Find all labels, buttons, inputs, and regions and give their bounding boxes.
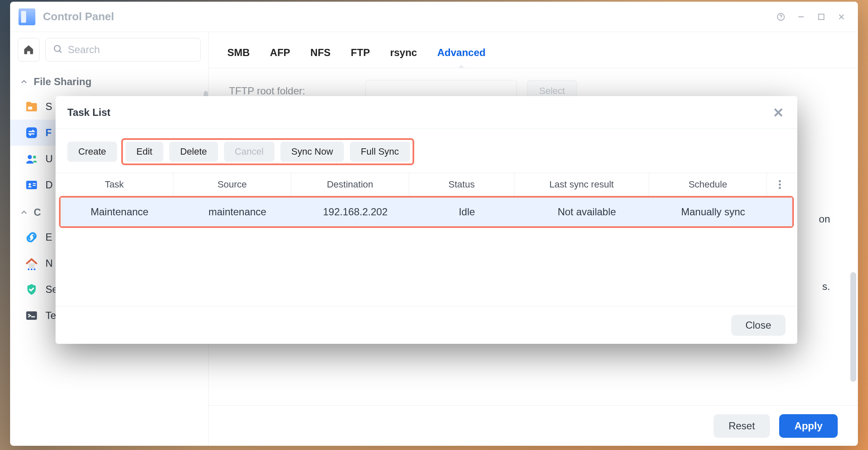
highlight-box-toolbar: Edit Delete Cancel Sync Now Full Sync	[121, 138, 414, 165]
svg-point-18	[28, 268, 29, 270]
svg-point-19	[34, 268, 35, 270]
tab-ftp[interactable]: FTP	[351, 47, 370, 68]
col-more[interactable]	[767, 179, 792, 190]
svg-line-7	[59, 51, 61, 53]
minimize-button[interactable]	[793, 9, 809, 25]
dialog-close-footer-button[interactable]: Close	[731, 315, 785, 336]
bottom-bar: Reset Apply	[209, 405, 858, 446]
col-status[interactable]: Status	[409, 173, 514, 196]
apply-button[interactable]: Apply	[779, 414, 838, 438]
app-icon	[19, 8, 35, 25]
svg-rect-16	[29, 263, 35, 268]
svg-rect-14	[33, 183, 36, 184]
link-icon	[24, 230, 39, 244]
reset-button[interactable]: Reset	[714, 414, 770, 438]
cell-task: Maintenance	[61, 198, 178, 226]
table-row[interactable]: Maintenance maintenance 192.168.2.202 Id…	[61, 198, 792, 226]
syncnow-button[interactable]: Sync Now	[280, 142, 344, 162]
window-title: Control Panel	[43, 10, 114, 23]
tftp-root-label: TFTP root folder:	[229, 85, 355, 97]
cell-source: maintenance	[178, 198, 296, 226]
tab-afp[interactable]: AFP	[270, 47, 290, 68]
section-label: File Sharing	[34, 76, 91, 88]
help-button[interactable]	[773, 9, 789, 25]
sidebar-section-file-sharing[interactable]: File Sharing	[10, 70, 208, 94]
tab-rsync[interactable]: rsync	[390, 47, 417, 68]
col-task[interactable]: Task	[56, 173, 173, 196]
cancel-button: Cancel	[224, 142, 274, 162]
dialog-close-button[interactable]	[771, 105, 785, 120]
table-header-row: Task Source Destination Status Last sync…	[56, 173, 797, 196]
search-input[interactable]	[68, 38, 194, 61]
svg-point-1	[780, 19, 781, 19]
cell-status: Idle	[414, 198, 519, 226]
svg-rect-8	[28, 107, 32, 110]
cell-sched: Manually sync	[654, 198, 772, 226]
svg-rect-20	[26, 311, 37, 320]
residual-text: on	[819, 213, 830, 225]
scrollbar[interactable]	[850, 272, 856, 382]
col-dest[interactable]: Destination	[291, 173, 409, 196]
svg-rect-3	[819, 14, 824, 19]
svg-rect-15	[33, 185, 36, 186]
svg-point-17	[31, 268, 32, 270]
search-box[interactable]	[45, 38, 201, 62]
highlight-box-row: Maintenance maintenance 192.168.2.202 Id…	[59, 196, 794, 228]
task-table: Task Source Destination Status Last sync…	[56, 173, 797, 228]
cell-dest: 192.168.2.202	[296, 198, 414, 226]
svg-point-13	[29, 183, 31, 186]
tab-advanced[interactable]: Advanced	[437, 47, 486, 68]
col-source[interactable]: Source	[173, 173, 291, 196]
svg-rect-9	[26, 127, 37, 138]
svg-point-6	[54, 46, 60, 51]
folder-icon	[24, 99, 39, 114]
home-button[interactable]	[18, 38, 40, 62]
dialog-toolbar: Create Edit Delete Cancel Sync Now Full …	[56, 129, 797, 173]
chevron-up-icon	[19, 77, 29, 86]
tab-smb[interactable]: SMB	[227, 47, 250, 68]
tab-nfs[interactable]: NFS	[310, 47, 330, 68]
svg-point-10	[28, 155, 32, 159]
users-icon	[24, 152, 39, 166]
cell-last: Not available	[519, 198, 654, 226]
col-sched[interactable]: Schedule	[649, 173, 767, 196]
swap-icon	[24, 126, 39, 140]
tabbar: SMB AFP NFS FTP rsync Advanced	[209, 32, 858, 68]
create-button[interactable]: Create	[67, 142, 117, 162]
svg-point-11	[33, 155, 36, 158]
chevron-up-icon	[19, 208, 29, 217]
residual-text: s.	[822, 281, 830, 292]
shield-icon	[24, 282, 39, 297]
house-icon	[24, 256, 39, 271]
delete-button[interactable]: Delete	[169, 142, 218, 162]
titlebar: Control Panel	[10, 2, 858, 32]
id-icon	[24, 178, 39, 192]
close-button[interactable]	[833, 9, 849, 25]
search-icon	[53, 44, 63, 56]
terminal-icon	[24, 308, 39, 323]
more-icon	[776, 179, 783, 190]
dialog-title: Task List	[67, 107, 771, 118]
task-list-dialog: Task List Create Edit Delete Cancel Sync…	[56, 96, 797, 344]
section-label: C	[34, 206, 41, 218]
fullsync-button[interactable]: Full Sync	[350, 142, 410, 162]
edit-button[interactable]: Edit	[125, 142, 163, 162]
maximize-button[interactable]	[813, 9, 829, 25]
dialog-footer: Close	[56, 306, 797, 344]
col-last[interactable]: Last sync result	[514, 173, 649, 196]
